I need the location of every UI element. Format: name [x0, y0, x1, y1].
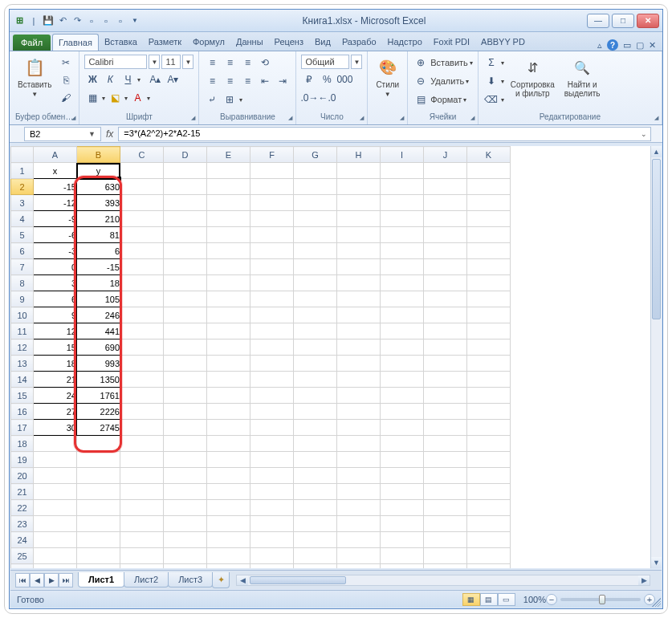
cell[interactable]: 3: [34, 275, 77, 291]
row-header[interactable]: 2: [11, 179, 34, 195]
cell[interactable]: -15: [77, 259, 120, 275]
italic-button[interactable]: К: [102, 71, 118, 87]
cell[interactable]: [337, 564, 381, 569]
row-header[interactable]: 24: [11, 532, 34, 548]
column-header[interactable]: C: [120, 147, 164, 163]
cell[interactable]: -3: [34, 243, 77, 259]
cell[interactable]: 393: [77, 195, 120, 211]
cell[interactable]: [250, 195, 294, 211]
row-header[interactable]: 16: [11, 404, 34, 420]
minimize-ribbon-icon[interactable]: ▵: [597, 40, 602, 51]
cell[interactable]: [294, 243, 337, 259]
close-button[interactable]: ✕: [637, 14, 659, 28]
column-header[interactable]: E: [207, 147, 250, 163]
cell[interactable]: [164, 436, 207, 452]
cell[interactable]: [381, 420, 424, 436]
cell[interactable]: [120, 516, 164, 532]
cell[interactable]: [467, 372, 511, 388]
cell[interactable]: [120, 227, 164, 243]
wrap-text-icon[interactable]: ⤶: [204, 91, 220, 108]
cell[interactable]: [381, 564, 424, 569]
cell[interactable]: [164, 388, 207, 404]
name-box-dropdown-icon[interactable]: ▼: [88, 130, 96, 138]
cell[interactable]: [34, 532, 77, 548]
cell[interactable]: [337, 372, 381, 388]
cell[interactable]: 630: [77, 179, 120, 195]
scroll-right-icon[interactable]: ▶: [638, 575, 650, 585]
column-header[interactable]: A: [34, 147, 77, 163]
cell[interactable]: [294, 452, 337, 468]
cell[interactable]: [207, 484, 250, 500]
cell[interactable]: [164, 275, 207, 291]
row-header[interactable]: 4: [11, 211, 34, 227]
align-middle-icon[interactable]: ≡: [222, 55, 238, 71]
cell[interactable]: [467, 548, 511, 564]
cell[interactable]: [250, 436, 294, 452]
cell[interactable]: [467, 227, 511, 243]
bold-button[interactable]: Ж: [84, 71, 100, 87]
cell[interactable]: [120, 323, 164, 339]
cell[interactable]: [424, 500, 467, 516]
qat-icon[interactable]: ▫: [114, 14, 127, 27]
cell[interactable]: [381, 484, 424, 500]
cell[interactable]: [294, 307, 337, 323]
cell[interactable]: [120, 468, 164, 484]
cell[interactable]: [381, 163, 424, 179]
cell[interactable]: [164, 548, 207, 564]
cell[interactable]: [77, 532, 120, 548]
cell[interactable]: 12: [34, 323, 77, 339]
indent-decrease-icon[interactable]: ⇤: [257, 73, 273, 89]
row-header[interactable]: 9: [11, 291, 34, 307]
cell[interactable]: 6: [77, 243, 120, 259]
comma-icon[interactable]: 000: [336, 71, 352, 87]
cell[interactable]: [424, 195, 467, 211]
cell[interactable]: [294, 339, 337, 356]
cell[interactable]: [120, 211, 164, 227]
row-header[interactable]: 14: [11, 372, 34, 388]
font-size-dropdown-icon[interactable]: ▼: [182, 55, 193, 69]
tab-nav-last-icon[interactable]: ⏭: [59, 573, 73, 588]
cell[interactable]: [337, 339, 381, 356]
row-header[interactable]: 6: [11, 243, 34, 259]
cell[interactable]: [164, 307, 207, 323]
cell[interactable]: [120, 548, 164, 564]
cell[interactable]: 27: [34, 404, 77, 420]
cell[interactable]: [164, 404, 207, 420]
cell[interactable]: [381, 516, 424, 532]
indent-increase-icon[interactable]: ⇥: [275, 73, 291, 89]
cell[interactable]: [381, 356, 424, 372]
cell[interactable]: [207, 163, 250, 179]
column-header[interactable]: F: [250, 147, 294, 163]
cell[interactable]: [207, 388, 250, 404]
cell[interactable]: [337, 307, 381, 323]
cell[interactable]: [207, 420, 250, 436]
cell[interactable]: [337, 516, 381, 532]
cell[interactable]: [294, 275, 337, 291]
cell[interactable]: [120, 372, 164, 388]
cell[interactable]: [467, 291, 511, 307]
cell[interactable]: [294, 404, 337, 420]
align-left-icon[interactable]: ≡: [204, 73, 220, 89]
cell[interactable]: [120, 420, 164, 436]
cell[interactable]: [120, 436, 164, 452]
cell[interactable]: [381, 468, 424, 484]
cell[interactable]: [294, 211, 337, 227]
vertical-scrollbar[interactable]: ▲ ▼: [650, 146, 662, 568]
cell[interactable]: [424, 532, 467, 548]
number-format-dropdown-icon[interactable]: ▼: [351, 55, 362, 69]
cell[interactable]: [424, 211, 467, 227]
view-normal-button[interactable]: ▦: [462, 593, 480, 606]
cell[interactable]: [467, 516, 511, 532]
cell[interactable]: [467, 323, 511, 339]
cell[interactable]: [381, 227, 424, 243]
cell[interactable]: [207, 404, 250, 420]
cell[interactable]: [250, 211, 294, 227]
cell[interactable]: 15: [34, 339, 77, 356]
cell[interactable]: [34, 436, 77, 452]
formula-input[interactable]: =3*(A2^2)+2*A2-15: [118, 127, 637, 141]
cell[interactable]: [467, 339, 511, 356]
select-all-corner[interactable]: [11, 147, 34, 163]
cell[interactable]: -12: [34, 195, 77, 211]
cell[interactable]: [120, 275, 164, 291]
cell[interactable]: [250, 516, 294, 532]
